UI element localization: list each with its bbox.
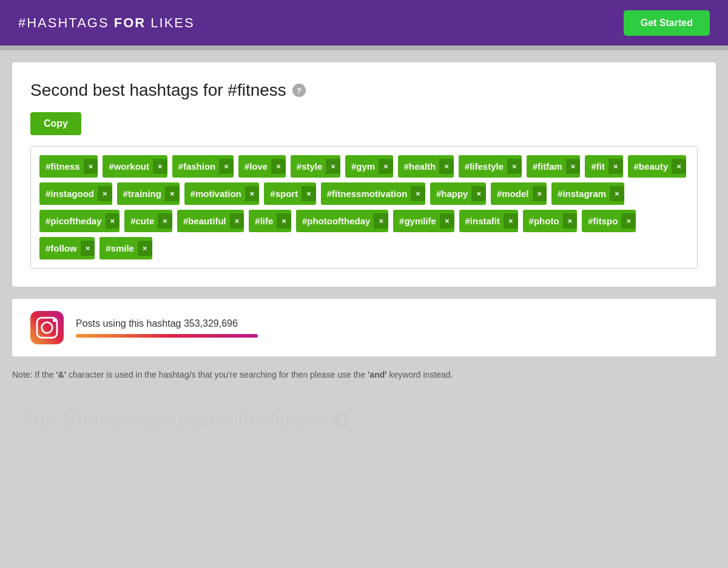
hashtag-remove-button[interactable]: × <box>411 186 425 201</box>
hashtag-remove-button[interactable]: × <box>379 159 393 174</box>
title-bold: FOR <box>114 15 146 30</box>
hashtag-tag-text: #smile <box>106 243 134 253</box>
help-icon[interactable]: ? <box>292 84 306 97</box>
hashtag-tag-text: #training <box>123 189 161 199</box>
hashtag-tag-text: #cute <box>130 216 154 226</box>
note-section: Note: If the '&' character is used in th… <box>12 366 716 390</box>
stats-label: Posts using this hashtag <box>76 318 181 329</box>
hashtag-remove-button[interactable]: × <box>219 159 234 174</box>
header-separator <box>0 45 728 50</box>
hashtag-tag: #love× <box>238 155 286 178</box>
hashtag-tag-text: #instagram <box>558 189 606 199</box>
hashtag-tag: #fitness× <box>39 155 98 178</box>
hashtag-remove-button[interactable]: × <box>504 213 518 229</box>
hashtag-remove-button[interactable]: × <box>610 186 624 201</box>
hashtag-tag: #instagood× <box>39 182 112 205</box>
hashtag-tag: #instagram× <box>551 182 624 205</box>
hashtag-tag: #picoftheday× <box>39 210 120 232</box>
hashtag-remove-button[interactable]: × <box>440 213 454 229</box>
hashtag-tag: #follow× <box>39 237 95 259</box>
hashtag-remove-button[interactable]: × <box>245 186 260 201</box>
hashtag-tag-text: #health <box>404 161 436 172</box>
hashtag-tag-text: #gymlife <box>399 216 436 226</box>
hashtag-tag: #photo× <box>523 210 578 232</box>
hashtag-remove-button[interactable]: × <box>84 159 98 174</box>
hashtag-remove-button[interactable]: × <box>672 159 686 174</box>
hashtag-tag-text: #fit <box>591 161 605 172</box>
hashtag-tag: #happy× <box>430 182 486 205</box>
hashtag-remove-button[interactable]: × <box>326 159 340 174</box>
note-text-after: keyword instead. <box>387 370 453 379</box>
hashtag-remove-button[interactable]: × <box>271 159 286 174</box>
hashtag-tag-text: #beauty <box>634 161 669 172</box>
stats-count-value: 353,329,696 <box>184 318 238 329</box>
hashtag-tag-text: #follow <box>46 243 77 253</box>
hashtag-tag: #beauty× <box>628 155 686 178</box>
hashtag-remove-button[interactable]: × <box>471 186 486 201</box>
hashtag-remove-button[interactable]: × <box>230 213 244 229</box>
instagram-logo <box>30 311 64 344</box>
hashtag-tag: #model× <box>491 182 547 205</box>
hashtag-remove-button[interactable]: × <box>98 186 112 201</box>
hashtag-tag: #training× <box>117 182 180 205</box>
hashtag-remove-button[interactable]: × <box>302 186 316 201</box>
header: #HASHTAGS FOR LIKES Get Started <box>0 0 728 45</box>
hashtag-remove-button[interactable]: × <box>533 186 547 201</box>
bottom-section-title: Top 10 hashtags used with #fitness ? <box>12 409 716 431</box>
note-and-keyword: 'and' <box>368 370 387 379</box>
note-text-middle: character is used in the hashtag/s that … <box>66 370 368 379</box>
svg-rect-0 <box>30 311 64 344</box>
bottom-help-icon[interactable]: ? <box>334 412 349 428</box>
hashtag-remove-button[interactable]: × <box>507 159 522 174</box>
hashtag-tag-text: #instagood <box>46 189 94 199</box>
hashtag-remove-button[interactable]: × <box>81 241 95 256</box>
hashtag-tag: #lifestyle× <box>459 155 522 178</box>
hashtag-remove-button[interactable]: × <box>374 213 388 229</box>
hashtag-tag-text: #fashion <box>178 161 216 172</box>
hashtag-card: Second best hashtags for #fitness ? Copy… <box>12 62 716 287</box>
hashtag-tag: #photooftheday× <box>296 210 388 232</box>
hashtag-tag: #smile× <box>99 237 152 259</box>
hashtag-container: #fitness×#workout×#fashion×#love×#style×… <box>30 146 698 269</box>
hashtag-tag: #gym× <box>345 155 393 178</box>
hashtag-tag-text: #beautiful <box>183 216 226 226</box>
hashtag-remove-button[interactable]: × <box>277 213 291 229</box>
hashtag-remove-button[interactable]: × <box>106 213 120 229</box>
hashtag-tag-text: #lifestyle <box>465 161 504 172</box>
copy-button[interactable]: Copy <box>30 112 81 135</box>
hashtag-tag-text: #life <box>255 216 273 226</box>
hashtag-remove-button[interactable]: × <box>566 159 581 174</box>
hashtag-tag-text: #workout <box>109 161 149 172</box>
hashtag-tag: #sport× <box>264 182 315 205</box>
hashtag-remove-button[interactable]: × <box>158 213 172 229</box>
hashtag-tag-text: #model <box>497 189 529 199</box>
note-text-before: Note: If the <box>12 370 56 379</box>
hashtag-tag-text: #fitspo <box>588 216 618 226</box>
main-content: Second best hashtags for #fitness ? Copy… <box>0 50 728 443</box>
hashtag-remove-button[interactable]: × <box>138 241 152 256</box>
hashtag-remove-button[interactable]: × <box>165 186 180 201</box>
hashtag-tag: #style× <box>291 155 340 178</box>
card-title: Second best hashtags for #fitness ? <box>30 81 698 100</box>
hashtag-tag-text: #gym <box>351 161 375 172</box>
title-prefix: #HASHTAGS <box>18 15 114 30</box>
hashtag-tag: #cute× <box>124 210 172 232</box>
hashtag-tag: #fashion× <box>172 155 234 178</box>
hashtag-remove-button[interactable]: × <box>439 159 454 174</box>
hashtag-remove-button[interactable]: × <box>621 213 636 229</box>
title-suffix: LIKES <box>146 15 194 30</box>
hashtag-remove-button[interactable]: × <box>563 213 578 229</box>
svg-point-3 <box>53 319 56 322</box>
get-started-button[interactable]: Get Started <box>624 10 710 36</box>
hashtag-tag-text: #fitnessmotivation <box>327 189 408 199</box>
hashtag-remove-button[interactable]: × <box>608 159 623 174</box>
stats-info: Posts using this hashtag 353,329,696 <box>76 318 698 338</box>
hashtag-tag: #fitspo× <box>582 210 636 232</box>
hashtag-tag-text: #fitfam <box>533 161 562 172</box>
hashtag-tag: #gymlife× <box>393 210 454 232</box>
hashtag-tag: #fitnessmotivation× <box>321 182 425 205</box>
stats-section: Posts using this hashtag 353,329,696 <box>12 299 716 356</box>
site-title: #HASHTAGS FOR LIKES <box>18 15 195 31</box>
hashtag-remove-button[interactable]: × <box>153 159 167 174</box>
hashtag-tag: #workout× <box>103 155 167 178</box>
